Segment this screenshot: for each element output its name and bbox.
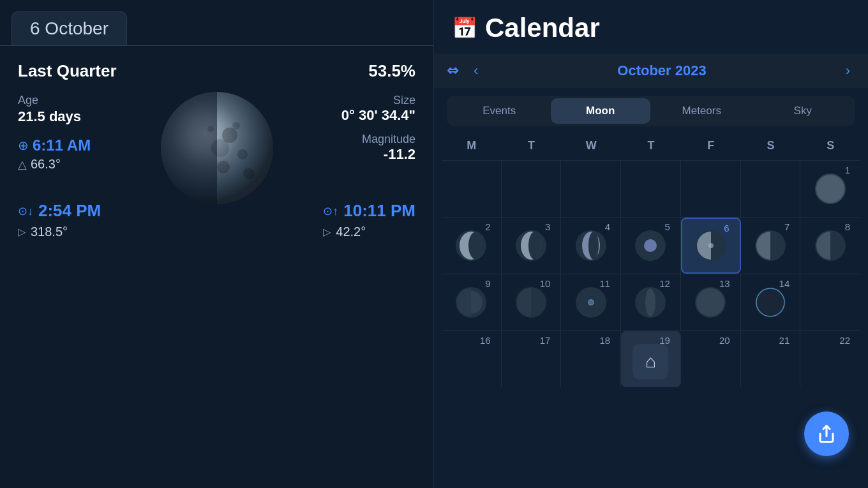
cal-cell-5[interactable]: 5	[621, 218, 681, 274]
set-azimuth: 318.5°	[31, 225, 68, 239]
cal-cell-1[interactable]: 1	[800, 161, 860, 217]
tab-sky[interactable]: Sky	[753, 98, 853, 124]
tab-meteors[interactable]: Meteors	[652, 98, 752, 124]
cal-cell-22[interactable]: 22	[800, 331, 860, 387]
cal-cell-12[interactable]: 12	[621, 274, 681, 330]
cal-cell-13[interactable]: 13	[681, 274, 741, 330]
day-header-m: M	[442, 134, 502, 158]
svg-point-9	[207, 126, 214, 132]
calendar-title: Calendar	[485, 13, 600, 43]
tab-events[interactable]: Events	[449, 98, 550, 124]
next-month-button[interactable]: ›	[841, 60, 855, 82]
svg-point-34	[696, 288, 724, 316]
day-headers: M T W T F S S	[442, 134, 860, 158]
calendar-rows: 1 2	[442, 160, 860, 387]
moon-phase-14-new	[752, 285, 788, 320]
moon-phase-13	[692, 285, 728, 320]
cell-number-20: 20	[719, 335, 730, 346]
cal-cell-2[interactable]: 2	[442, 218, 502, 274]
cal-cell-empty-5[interactable]	[681, 161, 741, 217]
share-icon	[817, 424, 836, 443]
cal-cell-14[interactable]: 14	[741, 274, 801, 330]
cal-cell-empty-2[interactable]	[502, 161, 562, 217]
calendar-icon: 📅	[452, 16, 477, 40]
svg-point-24	[708, 243, 714, 248]
moon-info: Last Quarter 53.5%	[0, 46, 433, 255]
phase-name: Last Quarter	[18, 61, 117, 81]
set-compass-icon: ▷	[18, 226, 26, 238]
svg-point-32	[645, 288, 655, 316]
size-value: 0° 30' 34.4"	[341, 107, 415, 124]
moon-phase-1	[812, 171, 848, 207]
moon-phase-3	[513, 228, 549, 263]
compress-icon[interactable]: ⇔	[447, 63, 458, 79]
cal-cell-15[interactable]	[800, 274, 860, 330]
set-time-row: ⊙↓ 2:54 PM	[18, 201, 101, 221]
moon-phase-4	[573, 228, 609, 263]
cal-cell-20[interactable]: 20	[681, 331, 741, 387]
svg-point-35	[755, 287, 786, 318]
svg-point-8	[243, 168, 255, 179]
cell-number-2: 2	[485, 221, 490, 232]
cal-row-4: 16 17 18 19 ⌂ 20 21 22	[442, 330, 860, 387]
day-header-w: W	[561, 134, 621, 158]
cal-cell-4[interactable]: 4	[561, 218, 621, 274]
day-header-s2: S	[800, 134, 860, 158]
moon-phase-7	[752, 228, 788, 263]
svg-point-11	[816, 175, 844, 203]
size-block: Size 0° 30' 34.4"	[341, 94, 415, 125]
cal-cell-21[interactable]: 21	[741, 331, 801, 387]
cal-cell-10[interactable]: 10	[502, 274, 562, 330]
svg-rect-2	[160, 91, 217, 205]
svg-point-4	[237, 149, 248, 159]
cal-cell-17[interactable]: 17	[502, 331, 562, 387]
cell-number-1: 1	[845, 165, 850, 175]
cal-cell-6[interactable]: 6	[681, 218, 741, 274]
sunrise-icon: ⊕	[18, 138, 29, 153]
moon-phase-9	[453, 285, 489, 320]
svg-point-20	[588, 232, 599, 260]
cal-cell-empty-3[interactable]	[561, 161, 621, 217]
cell-number-9: 9	[485, 278, 490, 289]
moonrise2-icon: ⊙↑	[323, 204, 338, 218]
moon-image	[160, 91, 274, 205]
prev-month-button[interactable]: ‹	[468, 60, 483, 82]
cell-number-13: 13	[719, 278, 730, 289]
age-label: Age	[18, 94, 81, 107]
svg-point-5	[217, 161, 230, 174]
cal-cell-empty-6[interactable]	[741, 161, 801, 217]
right-panel: 📅 Calendar ⇔ ‹ October 2023 › Events Moo…	[434, 0, 868, 488]
cal-cell-19[interactable]: 19 ⌂	[621, 331, 681, 387]
cal-cell-empty-4[interactable]	[621, 161, 681, 217]
date-tab[interactable]: 6 October	[11, 11, 127, 45]
cell-number-21: 21	[779, 335, 790, 346]
moon-svg	[160, 91, 274, 205]
tab-bar: Events Moon Meteors Sky	[447, 96, 855, 126]
cal-cell-9[interactable]: 9	[442, 274, 502, 330]
cal-cell-16[interactable]: 16	[442, 331, 502, 387]
cell-number-17: 17	[540, 335, 551, 346]
share-button[interactable]	[804, 411, 849, 456]
cal-cell-11[interactable]: 11	[561, 274, 621, 330]
moon-phase-8	[812, 228, 848, 263]
svg-point-17	[528, 232, 541, 260]
nav-bar: ⇔ ‹ October 2023 ›	[434, 54, 868, 88]
cal-cell-18[interactable]: 18	[561, 331, 621, 387]
cal-cell-8[interactable]: 8	[800, 218, 860, 274]
rise2-time: 10:11 PM	[343, 201, 415, 221]
cal-cell-empty-1[interactable]	[442, 161, 502, 217]
rise2-compass-icon: ▷	[323, 226, 331, 238]
cal-cell-7[interactable]: 7	[741, 218, 801, 274]
cal-cell-3[interactable]: 3	[502, 218, 562, 274]
cell-number-11: 11	[599, 278, 610, 289]
cell-number-3: 3	[545, 221, 550, 232]
tab-moon[interactable]: Moon	[551, 98, 651, 124]
rise-azimuth: 66.3°	[31, 157, 61, 172]
moon-phase-12	[632, 285, 668, 320]
cell-number-5: 5	[665, 221, 670, 232]
set-compass-row: ▷ 318.5°	[18, 225, 101, 239]
moon-phase-10	[513, 285, 549, 320]
svg-point-7	[211, 139, 229, 157]
cell-number-22: 22	[839, 335, 850, 346]
cell-number-12: 12	[659, 278, 670, 289]
